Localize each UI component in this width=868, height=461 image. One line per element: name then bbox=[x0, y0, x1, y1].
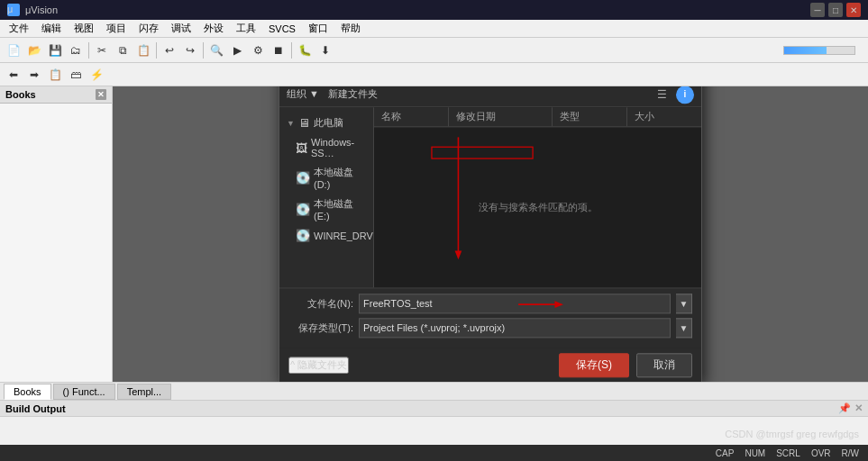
tb-sep-1 bbox=[88, 42, 89, 59]
filename-input[interactable] bbox=[359, 294, 671, 313]
empty-message: 没有与搜索条件匹配的项。 bbox=[479, 201, 598, 214]
tb-download[interactable]: ⬇ bbox=[315, 41, 335, 60]
nav-icon-windows: 🖼 bbox=[296, 141, 307, 155]
tb2-btn5[interactable]: ⚡ bbox=[87, 65, 106, 85]
col-type[interactable]: 类型 bbox=[553, 107, 627, 126]
menu-window[interactable]: 窗口 bbox=[303, 20, 333, 37]
tb-cut[interactable]: ✂ bbox=[92, 41, 112, 60]
file-list-header: 名称 修改日期 类型 大小 bbox=[374, 107, 701, 127]
menu-bar: 文件 编辑 视图 项目 闪存 调试 外设 工具 SVCS 窗口 帮助 bbox=[0, 20, 868, 38]
title-bar: μ μVision ─ □ ✕ bbox=[0, 0, 868, 20]
nav-item-disk-d[interactable]: 💽 本地磁盘 (D:) bbox=[279, 162, 373, 194]
title-bar-left: μ μVision bbox=[7, 4, 58, 16]
col-size[interactable]: 大小 bbox=[627, 107, 701, 126]
tb-stop[interactable]: ⏹ bbox=[269, 41, 288, 60]
cancel-button[interactable]: 取消 bbox=[636, 353, 692, 377]
col-modified[interactable]: 修改日期 bbox=[449, 107, 553, 126]
minimize-button[interactable]: ─ bbox=[810, 3, 825, 17]
tb2-btn3[interactable]: 📋 bbox=[45, 65, 65, 85]
panel-close-btn[interactable]: ✕ bbox=[96, 89, 106, 100]
dialog-content: ▼ 🖥 此电脑 🖼 Windows-SS… 💽 本地磁盘 (D:) bbox=[279, 107, 701, 287]
main-content: Books ✕ Create New Project ✕ ‹ › bbox=[0, 86, 868, 382]
nav-icon-disk-d: 💽 bbox=[296, 171, 310, 185]
status-bar: CAP NUM SCRL OVR R/W bbox=[0, 445, 868, 461]
tb-build[interactable]: ▶ bbox=[227, 41, 247, 60]
tb2-btn1[interactable]: ⬅ bbox=[4, 65, 23, 85]
tb-new[interactable]: 📄 bbox=[4, 41, 23, 60]
nav-label-disk-e: 本地磁盘 (E:) bbox=[314, 197, 366, 221]
dialog-buttons: ^ 隐藏文件夹 保存(S) 取消 bbox=[279, 348, 701, 382]
close-button[interactable]: ✕ bbox=[846, 3, 861, 17]
nav-item-windows[interactable]: 🖼 Windows-SS… bbox=[279, 133, 373, 162]
bottom-tabs: Books () Funct... Templ... bbox=[0, 382, 868, 400]
build-output-panel: Build Output 📌 ✕ bbox=[0, 400, 868, 445]
nav-item-winre[interactable]: 💽 WINRE_DRV bbox=[279, 225, 373, 246]
tb-sep-2 bbox=[156, 42, 157, 59]
menu-svcs[interactable]: SVCS bbox=[263, 22, 301, 36]
build-output-close[interactable]: ✕ bbox=[854, 402, 863, 414]
menu-project[interactable]: 项目 bbox=[101, 20, 132, 37]
menu-peripheral[interactable]: 外设 bbox=[198, 20, 229, 37]
hide-folders-label: ^ 隐藏文件夹 bbox=[290, 358, 347, 372]
hide-folders-button[interactable]: ^ 隐藏文件夹 bbox=[288, 357, 349, 374]
progress-bar bbox=[784, 47, 827, 54]
nav-icon-disk-e: 💽 bbox=[296, 203, 310, 216]
dialog-file-area: 名称 修改日期 类型 大小 没有与搜索条件匹配的项。 bbox=[374, 107, 701, 287]
tb-redo[interactable]: ↪ bbox=[180, 41, 200, 60]
tb-debug[interactable]: 🐛 bbox=[295, 41, 315, 60]
create-project-dialog: Create New Project ✕ ‹ › ↑ 📁 FreeRTOS_de… bbox=[279, 86, 702, 382]
filename-row: 文件名(N): ▼ bbox=[288, 294, 692, 313]
tb-open[interactable]: 📂 bbox=[24, 41, 44, 60]
tb-rebuild[interactable]: ⚙ bbox=[248, 41, 268, 60]
tb-find[interactable]: 🔍 bbox=[206, 41, 226, 60]
nav-label-disk-d: 本地磁盘 (D:) bbox=[314, 166, 366, 190]
tb2-btn4[interactable]: 🗃 bbox=[66, 65, 86, 85]
menu-file[interactable]: 文件 bbox=[4, 20, 34, 37]
tb-paste[interactable]: 📋 bbox=[133, 41, 153, 60]
tb-save[interactable]: 💾 bbox=[45, 41, 65, 60]
menu-flash[interactable]: 闪存 bbox=[133, 20, 164, 37]
nav-label-computer: 此电脑 bbox=[314, 116, 343, 130]
toolbar-1: 📄 📂 💾 🗂 ✂ ⧉ 📋 ↩ ↪ 🔍 ▶ ⚙ ⏹ 🐛 ⬇ bbox=[0, 38, 868, 63]
tab-templates[interactable]: Templ... bbox=[117, 384, 172, 400]
tb2-btn2[interactable]: ➡ bbox=[24, 65, 44, 85]
app-icon: μ bbox=[7, 4, 20, 16]
menu-help[interactable]: 帮助 bbox=[335, 20, 366, 37]
tb-copy[interactable]: ⧉ bbox=[113, 41, 132, 60]
filetype-dropdown-button[interactable]: ▼ bbox=[676, 318, 692, 338]
nav-icon-computer: 🖥 bbox=[298, 116, 310, 130]
col-name[interactable]: 名称 bbox=[374, 107, 449, 126]
panel-title: Books bbox=[5, 89, 36, 100]
dialog-nav-tree: ▼ 🖥 此电脑 🖼 Windows-SS… 💽 本地磁盘 (D:) bbox=[279, 107, 374, 287]
menu-edit[interactable]: 编辑 bbox=[36, 20, 67, 37]
title-bar-controls: ─ □ ✕ bbox=[810, 3, 861, 17]
tab-functions[interactable]: () Funct... bbox=[53, 384, 115, 400]
toolbar-progress bbox=[783, 46, 855, 55]
menu-tools[interactable]: 工具 bbox=[231, 20, 261, 37]
status-ovr: OVR bbox=[811, 448, 831, 458]
view-info-button[interactable]: i bbox=[676, 86, 694, 104]
editor-area: Create New Project ✕ ‹ › ↑ 📁 FreeRTOS_de… bbox=[113, 86, 868, 382]
panel-header: Books ✕ bbox=[0, 86, 112, 104]
status-rw: R/W bbox=[842, 448, 859, 458]
left-panel: Books ✕ bbox=[0, 86, 113, 382]
nav-item-disk-e[interactable]: 💽 本地磁盘 (E:) bbox=[279, 194, 373, 225]
filename-dropdown-button[interactable]: ▼ bbox=[676, 294, 692, 313]
menu-debug[interactable]: 调试 bbox=[166, 20, 196, 37]
maximize-button[interactable]: □ bbox=[828, 3, 843, 17]
filetype-row: 保存类型(T): ▼ bbox=[288, 318, 692, 338]
filename-label: 文件名(N): bbox=[288, 297, 353, 311]
nav-item-computer[interactable]: ▼ 🖥 此电脑 bbox=[279, 113, 373, 133]
view-toggle-button[interactable]: ☰ bbox=[653, 86, 671, 104]
build-output-pin[interactable]: 📌 bbox=[838, 402, 851, 414]
menu-view[interactable]: 视图 bbox=[69, 20, 99, 37]
nav-label-winre: WINRE_DRV bbox=[314, 230, 373, 241]
new-folder-button[interactable]: 新建文件夹 bbox=[328, 87, 378, 101]
build-output-body bbox=[0, 417, 868, 445]
tab-books[interactable]: Books bbox=[4, 384, 51, 400]
tb-undo[interactable]: ↩ bbox=[160, 41, 179, 60]
tb-save-all[interactable]: 🗂 bbox=[66, 41, 86, 60]
save-button[interactable]: 保存(S) bbox=[559, 353, 629, 377]
filetype-input[interactable] bbox=[359, 318, 671, 338]
organize-button[interactable]: 组织 ▼ bbox=[287, 87, 319, 101]
